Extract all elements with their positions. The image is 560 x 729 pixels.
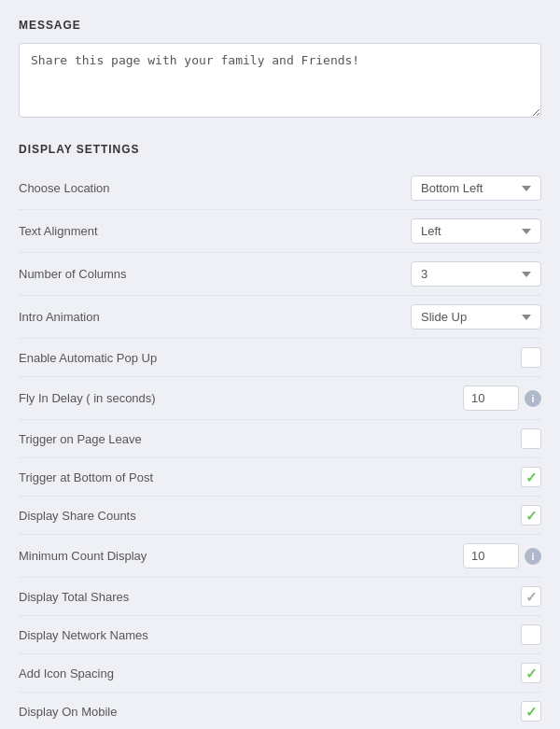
message-textarea[interactable]: Share this page with your family and Fri… xyxy=(19,43,541,118)
label-display-share-counts: Display Share Counts xyxy=(19,509,521,523)
label-intro-animation: Intro Animation xyxy=(19,310,411,324)
control-enable-automatic-popup xyxy=(521,347,541,368)
checkbox-display-network-names[interactable] xyxy=(521,624,541,645)
select-text-alignment[interactable]: Left Center Right xyxy=(411,218,541,244)
row-display-share-counts: Display Share Counts ✓ xyxy=(19,497,541,535)
checkmark-display-on-mobile: ✓ xyxy=(525,705,538,719)
control-number-of-columns: 1 2 3 4 xyxy=(411,261,541,287)
control-display-share-counts: ✓ xyxy=(521,505,541,526)
checkbox-trigger-at-bottom-of-post[interactable]: ✓ xyxy=(521,467,541,487)
label-text-alignment: Text Alignment xyxy=(19,224,411,238)
checkbox-add-icon-spacing[interactable]: ✓ xyxy=(521,663,541,683)
display-settings-title: DISPLAY SETTINGS xyxy=(19,143,541,156)
row-fly-in-delay: Fly In Delay ( in seconds) i xyxy=(19,377,541,420)
label-fly-in-delay: Fly In Delay ( in seconds) xyxy=(19,391,463,405)
checkbox-trigger-on-page-leave[interactable] xyxy=(521,428,541,449)
label-display-on-mobile: Display On Mobile xyxy=(19,705,521,719)
label-display-total-shares: Display Total Shares xyxy=(19,590,521,604)
checkmark-display-total-shares: ✓ xyxy=(525,590,538,604)
display-settings-section: DISPLAY SETTINGS Choose Location Bottom … xyxy=(19,143,541,729)
row-display-total-shares: Display Total Shares ✓ xyxy=(19,578,541,616)
label-choose-location: Choose Location xyxy=(19,181,411,195)
control-trigger-on-page-leave xyxy=(521,428,541,449)
label-minimum-count-display: Minimum Count Display xyxy=(19,549,463,563)
row-display-network-names: Display Network Names xyxy=(19,616,541,654)
select-choose-location[interactable]: Bottom Left Bottom Right Top Left Top Ri… xyxy=(411,175,541,201)
checkmark-display-share-counts: ✓ xyxy=(525,509,538,523)
label-enable-automatic-popup: Enable Automatic Pop Up xyxy=(19,351,521,365)
checkmark-add-icon-spacing: ✓ xyxy=(525,666,538,680)
row-text-alignment: Text Alignment Left Center Right xyxy=(19,210,541,253)
checkmark-trigger-at-bottom-of-post: ✓ xyxy=(525,470,538,484)
label-trigger-on-page-leave: Trigger on Page Leave xyxy=(19,432,521,446)
checkbox-enable-automatic-popup[interactable] xyxy=(521,347,541,368)
row-enable-automatic-popup: Enable Automatic Pop Up xyxy=(19,339,541,377)
label-display-network-names: Display Network Names xyxy=(19,628,521,642)
select-intro-animation[interactable]: Slide Up Slide Down Fade In None xyxy=(411,304,541,329)
control-fly-in-delay: i xyxy=(463,386,541,411)
control-display-total-shares: ✓ xyxy=(521,586,541,607)
message-section-title: MESSAGE xyxy=(19,19,541,32)
info-icon-minimum-count-display[interactable]: i xyxy=(525,548,541,565)
control-choose-location: Bottom Left Bottom Right Top Left Top Ri… xyxy=(411,175,541,201)
label-number-of-columns: Number of Columns xyxy=(19,267,411,281)
message-section: MESSAGE Share this page with your family… xyxy=(19,19,541,120)
row-trigger-at-bottom-of-post: Trigger at Bottom of Post ✓ xyxy=(19,458,541,497)
checkbox-display-on-mobile[interactable]: ✓ xyxy=(521,701,541,722)
row-intro-animation: Intro Animation Slide Up Slide Down Fade… xyxy=(19,296,541,339)
input-fly-in-delay[interactable] xyxy=(463,386,519,411)
select-number-of-columns[interactable]: 1 2 3 4 xyxy=(411,261,541,287)
row-minimum-count-display: Minimum Count Display i xyxy=(19,535,541,578)
control-trigger-at-bottom-of-post: ✓ xyxy=(521,467,541,487)
checkbox-display-total-shares[interactable]: ✓ xyxy=(521,586,541,607)
control-add-icon-spacing: ✓ xyxy=(521,663,541,683)
control-text-alignment: Left Center Right xyxy=(411,218,541,244)
label-add-icon-spacing: Add Icon Spacing xyxy=(19,666,521,680)
control-display-network-names xyxy=(521,624,541,645)
info-icon-fly-in-delay[interactable]: i xyxy=(525,390,541,407)
row-display-on-mobile: Display On Mobile ✓ xyxy=(19,693,541,729)
control-minimum-count-display: i xyxy=(463,543,541,568)
row-trigger-on-page-leave: Trigger on Page Leave xyxy=(19,420,541,458)
checkbox-display-share-counts[interactable]: ✓ xyxy=(521,505,541,526)
row-add-icon-spacing: Add Icon Spacing ✓ xyxy=(19,654,541,693)
row-choose-location: Choose Location Bottom Left Bottom Right… xyxy=(19,167,541,210)
control-display-on-mobile: ✓ xyxy=(521,701,541,722)
input-minimum-count-display[interactable] xyxy=(463,543,519,568)
row-number-of-columns: Number of Columns 1 2 3 4 xyxy=(19,253,541,296)
control-intro-animation: Slide Up Slide Down Fade In None xyxy=(411,304,541,329)
label-trigger-at-bottom-of-post: Trigger at Bottom of Post xyxy=(19,470,521,484)
